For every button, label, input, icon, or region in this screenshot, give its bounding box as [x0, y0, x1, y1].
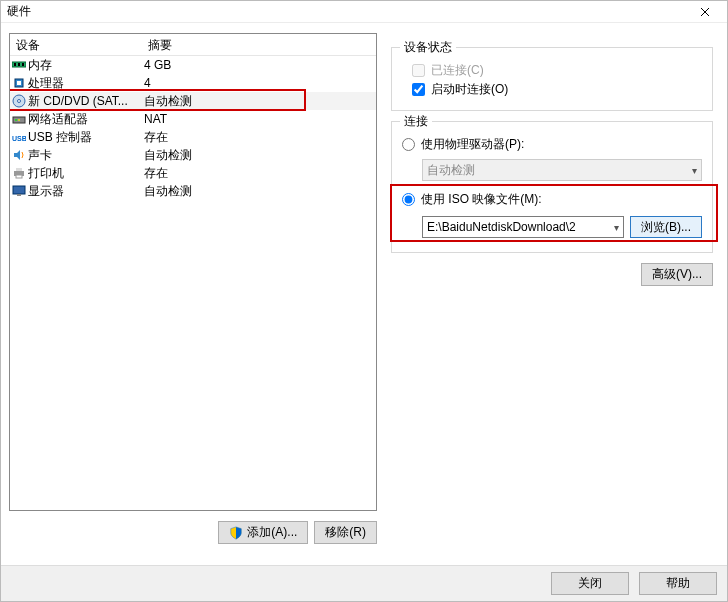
connection-group: 连接 使用物理驱动器(P): 自动检测 ▾ 使用 ISO 映像文件(M):	[391, 121, 713, 253]
device-row[interactable]: 声卡自动检测	[10, 146, 376, 164]
connected-checkbox	[412, 64, 425, 77]
svg-rect-3	[22, 63, 24, 66]
connect-on-power-row[interactable]: 启动时连接(O)	[412, 81, 702, 98]
device-name: 内存	[28, 57, 142, 74]
device-name: 处理器	[28, 75, 142, 92]
device-row[interactable]: 网络适配器NAT	[10, 110, 376, 128]
disc-icon	[10, 94, 28, 108]
device-row[interactable]: 处理器4	[10, 74, 376, 92]
use-physical-drive-radio-row[interactable]: 使用物理驱动器(P):	[402, 136, 702, 153]
advanced-button[interactable]: 高级(V)...	[641, 263, 713, 286]
device-row[interactable]: 内存4 GB	[10, 56, 376, 74]
device-summary: 自动检测	[142, 93, 376, 110]
hardware-settings-window: 硬件 设备 摘要 内存4 GB处理器4新 CD/DVD (SAT...自动检测网…	[0, 0, 728, 602]
physical-drive-combo: 自动检测 ▾	[422, 159, 702, 181]
use-physical-drive-radio[interactable]	[402, 138, 415, 151]
dialog-footer: 关闭 帮助	[1, 565, 727, 601]
usb-icon: USB	[10, 130, 28, 144]
connection-legend: 连接	[400, 113, 432, 130]
use-physical-drive-label: 使用物理驱动器(P):	[421, 136, 524, 153]
content-area: 设备 摘要 内存4 GB处理器4新 CD/DVD (SAT...自动检测网络适配…	[1, 23, 727, 565]
iso-path-combo[interactable]: E:\BaiduNetdiskDownload\2 ▾	[422, 216, 624, 238]
svg-point-7	[18, 100, 21, 103]
use-iso-label: 使用 ISO 映像文件(M):	[421, 191, 542, 208]
left-column: 设备 摘要 内存4 GB处理器4新 CD/DVD (SAT...自动检测网络适配…	[9, 33, 377, 557]
connect-on-power-checkbox[interactable]	[412, 83, 425, 96]
close-button[interactable]: 关闭	[551, 572, 629, 595]
device-summary: 4	[142, 76, 376, 90]
device-name: 新 CD/DVD (SAT...	[28, 93, 142, 110]
help-button[interactable]: 帮助	[639, 572, 717, 595]
shield-icon	[229, 526, 243, 540]
svg-rect-14	[16, 175, 22, 178]
browse-button-label: 浏览(B)...	[641, 219, 691, 236]
svg-rect-15	[13, 186, 25, 194]
device-row[interactable]: 显示器自动检测	[10, 182, 376, 200]
connect-on-power-label: 启动时连接(O)	[431, 81, 508, 98]
device-summary: 存在	[142, 129, 376, 146]
browse-button[interactable]: 浏览(B)...	[630, 216, 702, 238]
header-device[interactable]: 设备	[10, 34, 142, 55]
window-title: 硬件	[7, 3, 683, 20]
add-device-button[interactable]: 添加(A)...	[218, 521, 308, 544]
remove-button-label: 移除(R)	[325, 524, 366, 541]
device-name: USB 控制器	[28, 129, 142, 146]
display-icon	[10, 184, 28, 198]
svg-rect-1	[14, 63, 16, 66]
device-summary: 自动检测	[142, 183, 376, 200]
connected-checkbox-row: 已连接(C)	[412, 62, 702, 79]
close-button-label: 关闭	[578, 575, 602, 592]
device-list-buttons: 添加(A)... 移除(R)	[9, 521, 377, 544]
advanced-button-label: 高级(V)...	[652, 266, 702, 283]
printer-icon	[10, 166, 28, 180]
cpu-icon	[10, 76, 28, 90]
add-button-label: 添加(A)...	[247, 524, 297, 541]
device-summary: 4 GB	[142, 58, 376, 72]
help-button-label: 帮助	[666, 575, 690, 592]
device-row[interactable]: 打印机存在	[10, 164, 376, 182]
device-name: 声卡	[28, 147, 142, 164]
window-close-button[interactable]	[683, 1, 727, 23]
device-name: 显示器	[28, 183, 142, 200]
net-icon	[10, 113, 28, 125]
device-status-legend: 设备状态	[400, 39, 456, 56]
header-summary[interactable]: 摘要	[142, 34, 376, 55]
device-row[interactable]: 新 CD/DVD (SAT...自动检测	[10, 92, 376, 110]
device-summary: 存在	[142, 165, 376, 182]
svg-rect-13	[16, 168, 22, 171]
chevron-down-icon: ▾	[692, 165, 697, 176]
use-iso-radio-row[interactable]: 使用 ISO 映像文件(M):	[402, 191, 702, 208]
use-iso-radio[interactable]	[402, 193, 415, 206]
memory-icon	[10, 60, 28, 70]
device-list-body: 内存4 GB处理器4新 CD/DVD (SAT...自动检测网络适配器NATUS…	[10, 56, 376, 510]
device-name: 打印机	[28, 165, 142, 182]
device-list-header: 设备 摘要	[10, 34, 376, 56]
right-column: 设备状态 已连接(C) 启动时连接(O) 连接 使用物理驱动器(P):	[385, 33, 719, 557]
iso-path-row: E:\BaiduNetdiskDownload\2 ▾ 浏览(B)...	[422, 216, 702, 238]
connected-label: 已连接(C)	[431, 62, 484, 79]
svg-rect-10	[18, 119, 20, 121]
titlebar: 硬件	[1, 1, 727, 23]
device-summary: 自动检测	[142, 147, 376, 164]
advanced-row: 高级(V)...	[385, 263, 713, 286]
device-list[interactable]: 设备 摘要 内存4 GB处理器4新 CD/DVD (SAT...自动检测网络适配…	[9, 33, 377, 511]
chevron-down-icon[interactable]: ▾	[614, 222, 619, 233]
device-name: 网络适配器	[28, 111, 142, 128]
physical-drive-value: 自动检测	[427, 162, 692, 179]
iso-path-value: E:\BaiduNetdiskDownload\2	[427, 220, 614, 234]
close-icon	[700, 7, 710, 17]
svg-rect-2	[18, 63, 20, 66]
device-status-group: 设备状态 已连接(C) 启动时连接(O)	[391, 47, 713, 111]
svg-text:USB: USB	[12, 135, 26, 142]
device-row[interactable]: USBUSB 控制器存在	[10, 128, 376, 146]
remove-device-button[interactable]: 移除(R)	[314, 521, 377, 544]
svg-rect-5	[17, 81, 21, 85]
sound-icon	[10, 148, 28, 162]
svg-rect-16	[17, 194, 21, 196]
svg-rect-9	[15, 119, 17, 121]
device-summary: NAT	[142, 112, 376, 126]
